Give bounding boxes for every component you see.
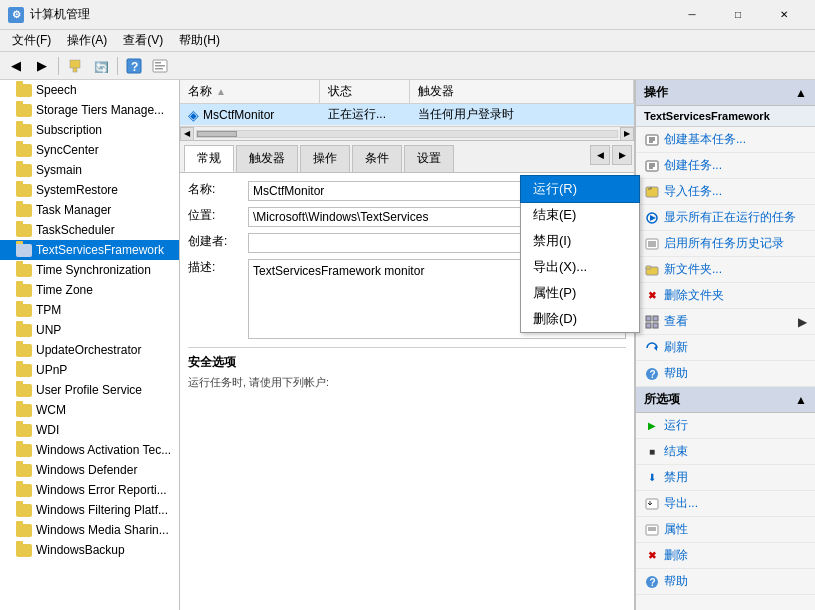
sidebar-item-speech[interactable]: Speech — [0, 80, 179, 100]
up-button[interactable] — [63, 55, 87, 77]
menu-action[interactable]: 操作(A) — [59, 30, 115, 51]
sidebar-item-winfiltering[interactable]: Windows Filtering Platf... — [0, 500, 179, 520]
close-button[interactable]: ✕ — [761, 0, 807, 30]
sidebar-item-textservices[interactable]: TextServicesFramework — [0, 240, 179, 260]
h-scrollbar[interactable]: ◀ ▶ — [180, 126, 634, 140]
action-new-folder[interactable]: 新文件夹... — [636, 257, 815, 283]
properties-button[interactable] — [148, 55, 172, 77]
task-status: 正在运行... — [320, 104, 410, 125]
action-main-help[interactable]: ? 帮助 — [636, 361, 815, 387]
sidebar-item-synccenter[interactable]: SyncCenter — [0, 140, 179, 160]
create-basic-icon — [644, 132, 660, 148]
action-create-task[interactable]: 创建任务... — [636, 153, 815, 179]
detail-name-label: 名称: — [188, 181, 248, 198]
security-section: 安全选项 运行任务时, 请使用下列帐户: — [188, 347, 626, 390]
properties-icon — [644, 522, 660, 538]
action-properties[interactable]: 属性 — [636, 517, 815, 543]
context-menu-properties[interactable]: 属性(P) — [521, 280, 639, 306]
action-delete-folder[interactable]: ✖ 删除文件夹 — [636, 283, 815, 309]
svg-rect-6 — [155, 62, 161, 64]
sidebar-item-updateorchestrator[interactable]: UpdateOrchestrator — [0, 340, 179, 360]
action-delete[interactable]: ✖ 删除 — [636, 543, 815, 569]
svg-rect-33 — [646, 499, 658, 509]
sidebar-item-unp[interactable]: UNP — [0, 320, 179, 340]
action-sub-help[interactable]: ? 帮助 — [636, 569, 815, 595]
action-import[interactable]: 导入任务... — [636, 179, 815, 205]
tab-conditions[interactable]: 条件 — [352, 145, 402, 172]
sidebar-item-systemrestore[interactable]: SystemRestore — [0, 180, 179, 200]
tab-scroll-left[interactable]: ◀ — [590, 145, 610, 165]
task-name: MsCtfMonitor — [203, 108, 274, 122]
folder-icon — [16, 484, 32, 497]
tab-actions[interactable]: 操作 — [300, 145, 350, 172]
section-collapse-icon[interactable]: ▲ — [795, 86, 807, 100]
action-refresh[interactable]: 刷新 — [636, 335, 815, 361]
action-create-basic[interactable]: 创建基本任务... — [636, 127, 815, 153]
help-button[interactable]: ? — [122, 55, 146, 77]
sidebar-item-upnp[interactable]: UPnP — [0, 360, 179, 380]
refresh-button[interactable]: 🔄 — [89, 55, 113, 77]
sidebar-item-timezone[interactable]: Time Zone — [0, 280, 179, 300]
minimize-button[interactable]: ─ — [669, 0, 715, 30]
sidebar-item-winactivation[interactable]: Windows Activation Tec... — [0, 440, 179, 460]
task-list-scroll[interactable]: ◈ MsCtfMonitor 正在运行... 当任何用户登录时 — [180, 104, 634, 126]
sidebar-item-timesync[interactable]: Time Synchronization — [0, 260, 179, 280]
sidebar-item-taskscheduler[interactable]: TaskScheduler — [0, 220, 179, 240]
action-export[interactable]: 导出... — [636, 491, 815, 517]
action-view[interactable]: 查看 ▶ — [636, 309, 815, 335]
menu-help[interactable]: 帮助(H) — [171, 30, 228, 51]
menu-file[interactable]: 文件(F) — [4, 30, 59, 51]
maximize-button[interactable]: □ — [715, 0, 761, 30]
scroll-right-btn[interactable]: ▶ — [620, 127, 634, 141]
tab-settings[interactable]: 设置 — [404, 145, 454, 172]
sidebar-item-userprofile[interactable]: User Profile Service — [0, 380, 179, 400]
tab-scroll-right[interactable]: ▶ — [612, 145, 632, 165]
scroll-left-btn[interactable]: ◀ — [180, 127, 194, 141]
context-menu-run[interactable]: 运行(R) — [521, 176, 639, 202]
actions-main-header: 操作 ▲ — [636, 80, 815, 106]
folder-icon — [16, 84, 32, 97]
sidebar-item-storage[interactable]: Storage Tiers Manage... — [0, 100, 179, 120]
context-menu-export[interactable]: 导出(X)... — [521, 254, 639, 280]
folder-icon — [16, 344, 32, 357]
task-row[interactable]: ◈ MsCtfMonitor 正在运行... 当任何用户登录时 — [180, 104, 634, 126]
sidebar-item-wcm[interactable]: WCM — [0, 400, 179, 420]
h-scroll-thumb[interactable] — [197, 131, 237, 137]
folder-icon — [16, 364, 32, 377]
sidebar-item-tpm[interactable]: TPM — [0, 300, 179, 320]
tab-general[interactable]: 常规 — [184, 145, 234, 172]
action-disable[interactable]: ⬇ 禁用 — [636, 465, 815, 491]
actions-subsection-header: TextServicesFramework — [636, 106, 815, 127]
action-show-running[interactable]: 显示所有正在运行的任务 — [636, 205, 815, 231]
folder-icon — [16, 104, 32, 117]
main-help-icon: ? — [644, 366, 660, 382]
sidebar-item-subscription[interactable]: Subscription — [0, 120, 179, 140]
back-button[interactable]: ◀ — [4, 55, 28, 77]
forward-button[interactable]: ▶ — [30, 55, 54, 77]
tab-triggers[interactable]: 触发器 — [236, 145, 298, 172]
action-end[interactable]: ■ 结束 — [636, 439, 815, 465]
sidebar-item-winmedia[interactable]: Windows Media Sharin... — [0, 520, 179, 540]
task-list-header: 名称 ▲ 状态 触发器 — [180, 80, 634, 104]
security-header: 安全选项 — [188, 354, 626, 371]
menu-bar: 文件(F) 操作(A) 查看(V) 帮助(H) — [0, 30, 815, 52]
col-header-trigger: 触发器 — [410, 80, 634, 103]
context-menu-end[interactable]: 结束(E) — [521, 202, 639, 228]
context-menu-delete[interactable]: 删除(D) — [521, 306, 639, 332]
menu-view[interactable]: 查看(V) — [115, 30, 171, 51]
task-list-section: 名称 ▲ 状态 触发器 ◈ MsCtfMonitor 正在运行... 当任何用户… — [180, 80, 634, 141]
folder-icon — [16, 464, 32, 477]
context-menu: 运行(R) 结束(E) 禁用(I) 导出(X)... 属性(P) 删除(D) — [520, 175, 640, 333]
sub-section-collapse-icon[interactable]: ▲ — [795, 393, 807, 407]
sidebar-item-winbackup[interactable]: WindowsBackup — [0, 540, 179, 560]
sidebar-item-taskmanager[interactable]: Task Manager — [0, 200, 179, 220]
sidebar-item-wdi[interactable]: WDI — [0, 420, 179, 440]
folder-icon — [16, 544, 32, 557]
context-menu-disable[interactable]: 禁用(I) — [521, 228, 639, 254]
sidebar-item-sysmain[interactable]: Sysmain — [0, 160, 179, 180]
sidebar-item-windefender[interactable]: Windows Defender — [0, 460, 179, 480]
sidebar-item-winerror[interactable]: Windows Error Reporti... — [0, 480, 179, 500]
action-enable-history[interactable]: 启用所有任务历史记录 — [636, 231, 815, 257]
action-run[interactable]: ▶ 运行 — [636, 413, 815, 439]
delete-folder-icon: ✖ — [644, 288, 660, 304]
